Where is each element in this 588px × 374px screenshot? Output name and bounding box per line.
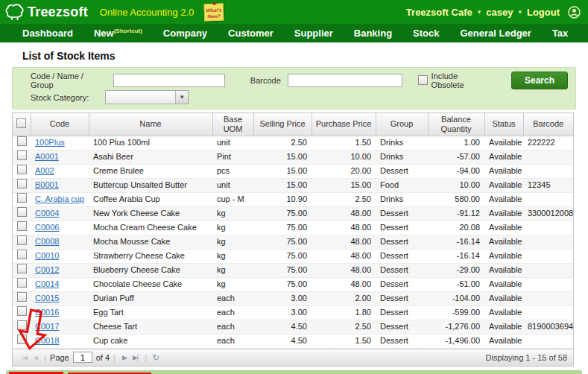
row-checkbox[interactable] — [17, 207, 27, 217]
nav-stock[interactable]: Stock — [402, 28, 449, 39]
row-checkbox[interactable] — [17, 221, 27, 231]
table-row: C0008 Mocha Mousse Cake kg 75.00 48.00 D… — [13, 235, 573, 249]
stock-name: Cup cake — [89, 334, 212, 348]
stock-category-label: Stock Category: — [31, 93, 89, 102]
whats-new-note[interactable]: What's New? — [204, 3, 224, 21]
row-checkbox[interactable] — [17, 306, 27, 316]
row-checkbox[interactable] — [17, 320, 27, 330]
nav-general-ledger[interactable]: General Ledger — [450, 28, 542, 39]
user-avatar-icon[interactable] — [568, 6, 581, 19]
stock-code-link[interactable]: C. Arabia cup — [35, 194, 84, 203]
row-checkbox[interactable] — [17, 235, 27, 245]
code-name-group-input[interactable] — [113, 74, 225, 87]
user-menu[interactable]: casey — [486, 7, 513, 18]
col-group[interactable]: Group — [376, 113, 428, 136]
search-button[interactable]: Search — [511, 72, 568, 89]
include-obsolete-checkbox[interactable] — [418, 75, 428, 85]
selling-price: 15.00 — [253, 150, 312, 164]
col-balance-quantity[interactable]: Balance Quantity — [428, 113, 484, 136]
nav-supplier[interactable]: Supplier — [284, 28, 344, 39]
next-page-icon[interactable]: ▶ — [122, 354, 127, 361]
stock-code-link[interactable]: C0015 — [35, 294, 59, 302]
first-page-icon[interactable]: |◀ — [22, 354, 27, 361]
prev-page-icon[interactable]: ◀ — [33, 354, 37, 361]
row-checkbox[interactable] — [17, 150, 27, 160]
row-checkbox[interactable] — [17, 165, 27, 174]
stock-code-link[interactable]: B0001 — [35, 180, 59, 189]
group: Dessert — [376, 249, 428, 263]
row-checkbox[interactable] — [17, 136, 27, 146]
status: Available — [484, 235, 523, 249]
stock-code-link[interactable]: C0008 — [35, 237, 59, 246]
barcode — [523, 263, 573, 277]
stock-code-link[interactable]: C0018 — [35, 336, 59, 345]
stock-name: Cheese Tart — [89, 320, 212, 334]
base-uom: kg — [212, 249, 253, 263]
col-base-uom[interactable]: Base UOM — [212, 113, 253, 136]
stock-code-link[interactable]: C0004 — [35, 209, 59, 218]
balance-quantity: -1,496.00 — [428, 334, 484, 348]
stock-name: Blueberry Cheese Cake — [89, 263, 212, 277]
col-barcode[interactable]: Barcode — [523, 113, 573, 136]
group: Dessert — [376, 277, 428, 291]
barcode — [523, 249, 573, 263]
stock-category-select[interactable]: ▼ — [105, 90, 189, 104]
table-row: 100Plus 100 Plus 100ml unit 2.50 1.50 Dr… — [13, 136, 573, 150]
page-number-input[interactable] — [73, 352, 92, 363]
company-caret-icon[interactable]: ▾ — [478, 8, 481, 16]
company-menu[interactable]: Treezsoft Cafe — [406, 7, 472, 18]
col-selling-price[interactable]: Selling Price — [253, 113, 312, 136]
purchase-price: 48.00 — [312, 206, 376, 221]
treezsoft-logo[interactable]: Treezsoft — [4, 2, 88, 22]
logout-link[interactable]: Logout — [527, 7, 560, 18]
select-dropdown-icon[interactable]: ▼ — [175, 91, 188, 104]
row-checkbox[interactable] — [17, 292, 27, 302]
row-checkbox[interactable] — [17, 193, 27, 203]
stock-code-link[interactable]: C0012 — [35, 265, 59, 274]
stock-code-link[interactable]: 100Plus — [35, 138, 65, 147]
stock-code-link[interactable]: C0016 — [35, 308, 59, 317]
row-checkbox[interactable] — [17, 264, 27, 273]
col-status[interactable]: Status — [484, 113, 523, 136]
row-checkbox[interactable] — [17, 250, 27, 259]
balance-quantity: -29.00 — [428, 263, 484, 277]
nav-new[interactable]: New(Shortcut) — [83, 28, 153, 39]
balance-quantity: 20.08 — [428, 221, 484, 235]
nav-banking[interactable]: Banking — [344, 28, 402, 39]
col-code[interactable]: Code — [31, 113, 89, 136]
nav-dashboard[interactable]: Dashboard — [12, 28, 83, 39]
status: Available — [484, 305, 523, 320]
stock-code-link[interactable]: C0017 — [35, 322, 59, 331]
row-checkbox[interactable] — [17, 335, 27, 344]
barcode — [523, 291, 573, 305]
refresh-icon[interactable]: ↻ — [152, 352, 159, 363]
col-name[interactable]: Name — [89, 113, 212, 136]
stock-code-link[interactable]: C0010 — [35, 251, 59, 260]
user-caret-icon[interactable]: ▾ — [518, 8, 522, 16]
stock-code-link[interactable]: C0014 — [35, 279, 59, 288]
stock-code-link[interactable]: A002 — [35, 166, 54, 175]
barcode-label: Barcode — [250, 76, 281, 85]
purchase-price: 48.00 — [312, 249, 376, 263]
purchase-price: 48.00 — [312, 263, 376, 277]
row-checkbox[interactable] — [17, 179, 27, 188]
select-all-checkbox[interactable] — [16, 118, 26, 128]
row-checkbox[interactable] — [17, 278, 27, 288]
col-purchase-price[interactable]: Purchase Price — [312, 113, 376, 136]
status: Available — [484, 334, 523, 348]
table-row: A002 Creme Brulee pcs 15.00 20.00 Desser… — [13, 164, 573, 178]
last-page-icon[interactable]: ▶| — [133, 354, 138, 361]
nav-company[interactable]: Company — [153, 28, 218, 39]
stock-code-link[interactable]: A0001 — [35, 152, 59, 161]
stock-code-link[interactable]: C0006 — [35, 223, 59, 232]
nav-customer[interactable]: Customer — [218, 28, 284, 39]
base-uom: pcs — [212, 164, 253, 178]
status: Available — [484, 249, 523, 263]
barcode-input[interactable] — [288, 74, 402, 87]
top-right-menu: Treezsoft Cafe ▾ casey ▾ Logout — [406, 6, 581, 19]
table-row: C0016 Egg Tart each 3.00 1.80 Dessert -5… — [13, 305, 573, 320]
status: Available — [484, 206, 523, 221]
group: Dessert — [376, 320, 428, 334]
nav-tax[interactable]: Tax — [542, 28, 578, 39]
base-uom: each — [212, 320, 253, 334]
